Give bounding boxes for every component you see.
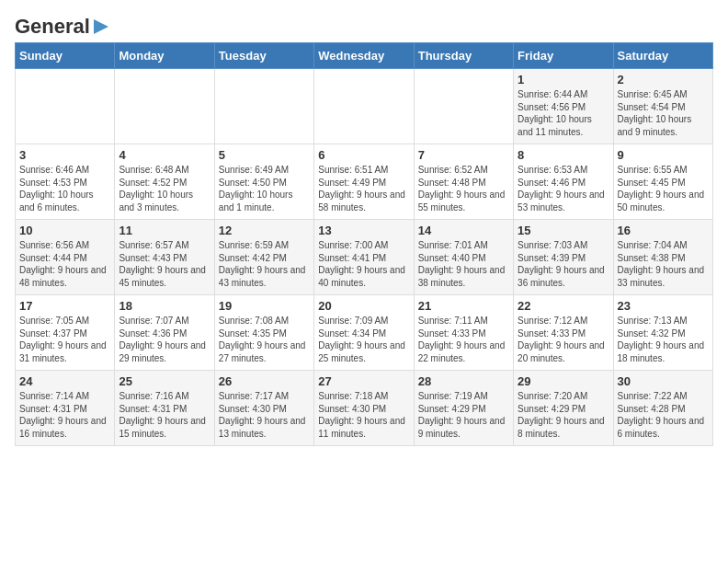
day-number: 8: [518, 148, 609, 162]
day-cell: 16Sunrise: 7:04 AM Sunset: 4:38 PM Dayli…: [613, 220, 712, 295]
calendar-header: SundayMondayTuesdayWednesdayThursdayFrid…: [16, 43, 713, 69]
day-info: Sunrise: 7:05 AM Sunset: 4:37 PM Dayligh…: [19, 315, 110, 364]
day-cell: 6Sunrise: 6:51 AM Sunset: 4:49 PM Daylig…: [314, 144, 414, 220]
day-number: 28: [418, 374, 509, 388]
header-cell-tuesday: Tuesday: [214, 43, 313, 69]
day-cell: 5Sunrise: 6:49 AM Sunset: 4:50 PM Daylig…: [214, 144, 313, 220]
day-number: 11: [119, 224, 210, 237]
day-cell: 17Sunrise: 7:05 AM Sunset: 4:37 PM Dayli…: [16, 295, 115, 371]
day-number: 9: [618, 148, 709, 162]
day-info: Sunrise: 7:17 AM Sunset: 4:30 PM Dayligh…: [219, 390, 310, 440]
day-cell: 10Sunrise: 6:56 AM Sunset: 4:44 PM Dayli…: [16, 220, 115, 295]
day-cell: [16, 69, 115, 144]
day-number: 3: [19, 148, 110, 162]
day-cell: 13Sunrise: 7:00 AM Sunset: 4:41 PM Dayli…: [314, 220, 414, 295]
day-number: 18: [119, 299, 210, 313]
header-cell-thursday: Thursday: [414, 43, 513, 69]
day-number: 7: [418, 148, 509, 162]
day-number: 30: [618, 374, 709, 388]
day-info: Sunrise: 7:20 AM Sunset: 4:29 PM Dayligh…: [518, 390, 609, 440]
week-row-3: 10Sunrise: 6:56 AM Sunset: 4:44 PM Dayli…: [16, 220, 713, 295]
day-cell: 3Sunrise: 6:46 AM Sunset: 4:53 PM Daylig…: [16, 144, 115, 220]
day-cell: 30Sunrise: 7:22 AM Sunset: 4:28 PM Dayli…: [613, 371, 712, 446]
day-info: Sunrise: 6:46 AM Sunset: 4:53 PM Dayligh…: [19, 164, 110, 213]
day-cell: 29Sunrise: 7:20 AM Sunset: 4:29 PM Dayli…: [514, 371, 613, 446]
day-info: Sunrise: 6:49 AM Sunset: 4:50 PM Dayligh…: [219, 164, 310, 213]
week-row-5: 24Sunrise: 7:14 AM Sunset: 4:31 PM Dayli…: [16, 371, 713, 446]
day-info: Sunrise: 6:55 AM Sunset: 4:45 PM Dayligh…: [618, 164, 709, 213]
header-cell-sunday: Sunday: [16, 43, 115, 69]
day-info: Sunrise: 6:56 AM Sunset: 4:44 PM Dayligh…: [19, 239, 110, 289]
day-info: Sunrise: 7:01 AM Sunset: 4:40 PM Dayligh…: [418, 239, 509, 289]
day-cell: 4Sunrise: 6:48 AM Sunset: 4:52 PM Daylig…: [115, 144, 214, 220]
day-cell: 21Sunrise: 7:11 AM Sunset: 4:33 PM Dayli…: [414, 295, 513, 371]
day-info: Sunrise: 6:45 AM Sunset: 4:54 PM Dayligh…: [618, 88, 709, 138]
day-number: 10: [19, 224, 110, 237]
day-info: Sunrise: 6:53 AM Sunset: 4:46 PM Dayligh…: [518, 164, 609, 213]
day-number: 12: [219, 224, 310, 237]
day-number: 2: [618, 73, 709, 86]
day-info: Sunrise: 7:07 AM Sunset: 4:36 PM Dayligh…: [119, 315, 210, 364]
header-cell-saturday: Saturday: [613, 43, 712, 69]
day-cell: 19Sunrise: 7:08 AM Sunset: 4:35 PM Dayli…: [214, 295, 313, 371]
logo-general: General: [15, 15, 90, 39]
day-info: Sunrise: 7:00 AM Sunset: 4:41 PM Dayligh…: [318, 239, 409, 289]
day-info: Sunrise: 6:51 AM Sunset: 4:49 PM Dayligh…: [318, 164, 409, 213]
calendar-body: 1Sunrise: 6:44 AM Sunset: 4:56 PM Daylig…: [16, 69, 713, 446]
header-cell-monday: Monday: [115, 43, 214, 69]
svg-marker-0: [94, 19, 108, 34]
week-row-1: 1Sunrise: 6:44 AM Sunset: 4:56 PM Daylig…: [16, 69, 713, 144]
day-number: 4: [119, 148, 210, 162]
day-info: Sunrise: 7:03 AM Sunset: 4:39 PM Dayligh…: [518, 239, 609, 289]
day-cell: 22Sunrise: 7:12 AM Sunset: 4:33 PM Dayli…: [514, 295, 613, 371]
day-info: Sunrise: 6:52 AM Sunset: 4:48 PM Dayligh…: [418, 164, 509, 213]
week-row-4: 17Sunrise: 7:05 AM Sunset: 4:37 PM Dayli…: [16, 295, 713, 371]
day-cell: 18Sunrise: 7:07 AM Sunset: 4:36 PM Dayli…: [115, 295, 214, 371]
day-number: 26: [219, 374, 310, 388]
day-number: 6: [318, 148, 409, 162]
day-info: Sunrise: 7:19 AM Sunset: 4:29 PM Dayligh…: [418, 390, 509, 440]
day-cell: 27Sunrise: 7:18 AM Sunset: 4:30 PM Dayli…: [314, 371, 414, 446]
day-number: 19: [219, 299, 310, 313]
day-cell: 28Sunrise: 7:19 AM Sunset: 4:29 PM Dayli…: [414, 371, 513, 446]
day-cell: [214, 69, 313, 144]
day-number: 25: [119, 374, 210, 388]
day-number: 17: [19, 299, 110, 313]
day-number: 5: [219, 148, 310, 162]
day-cell: 23Sunrise: 7:13 AM Sunset: 4:32 PM Dayli…: [613, 295, 712, 371]
day-cell: 9Sunrise: 6:55 AM Sunset: 4:45 PM Daylig…: [613, 144, 712, 220]
logo-arrow-icon: [92, 17, 110, 36]
day-info: Sunrise: 6:48 AM Sunset: 4:52 PM Dayligh…: [119, 164, 210, 213]
day-info: Sunrise: 7:22 AM Sunset: 4:28 PM Dayligh…: [618, 390, 709, 440]
day-number: 13: [318, 224, 409, 237]
day-cell: [314, 69, 414, 144]
day-cell: [414, 69, 513, 144]
day-number: 15: [518, 224, 609, 237]
logo: General: [15, 15, 110, 35]
day-number: 23: [618, 299, 709, 313]
day-cell: 20Sunrise: 7:09 AM Sunset: 4:34 PM Dayli…: [314, 295, 414, 371]
day-cell: [115, 69, 214, 144]
day-cell: 2Sunrise: 6:45 AM Sunset: 4:54 PM Daylig…: [613, 69, 712, 144]
day-info: Sunrise: 7:16 AM Sunset: 4:31 PM Dayligh…: [119, 390, 210, 440]
header-row: SundayMondayTuesdayWednesdayThursdayFrid…: [16, 43, 713, 69]
day-cell: 14Sunrise: 7:01 AM Sunset: 4:40 PM Dayli…: [414, 220, 513, 295]
day-number: 21: [418, 299, 509, 313]
day-cell: 8Sunrise: 6:53 AM Sunset: 4:46 PM Daylig…: [514, 144, 613, 220]
day-cell: 26Sunrise: 7:17 AM Sunset: 4:30 PM Dayli…: [214, 371, 313, 446]
day-info: Sunrise: 7:09 AM Sunset: 4:34 PM Dayligh…: [318, 315, 409, 364]
day-number: 27: [318, 374, 409, 388]
day-number: 20: [318, 299, 409, 313]
day-cell: 11Sunrise: 6:57 AM Sunset: 4:43 PM Dayli…: [115, 220, 214, 295]
day-cell: 12Sunrise: 6:59 AM Sunset: 4:42 PM Dayli…: [214, 220, 313, 295]
page-header: General: [15, 15, 713, 35]
day-number: 24: [19, 374, 110, 388]
day-info: Sunrise: 7:18 AM Sunset: 4:30 PM Dayligh…: [318, 390, 409, 440]
day-info: Sunrise: 7:13 AM Sunset: 4:32 PM Dayligh…: [618, 315, 709, 364]
day-info: Sunrise: 7:11 AM Sunset: 4:33 PM Dayligh…: [418, 315, 509, 364]
week-row-2: 3Sunrise: 6:46 AM Sunset: 4:53 PM Daylig…: [16, 144, 713, 220]
day-cell: 24Sunrise: 7:14 AM Sunset: 4:31 PM Dayli…: [16, 371, 115, 446]
day-info: Sunrise: 7:12 AM Sunset: 4:33 PM Dayligh…: [518, 315, 609, 364]
day-cell: 1Sunrise: 6:44 AM Sunset: 4:56 PM Daylig…: [514, 69, 613, 144]
day-number: 29: [518, 374, 609, 388]
